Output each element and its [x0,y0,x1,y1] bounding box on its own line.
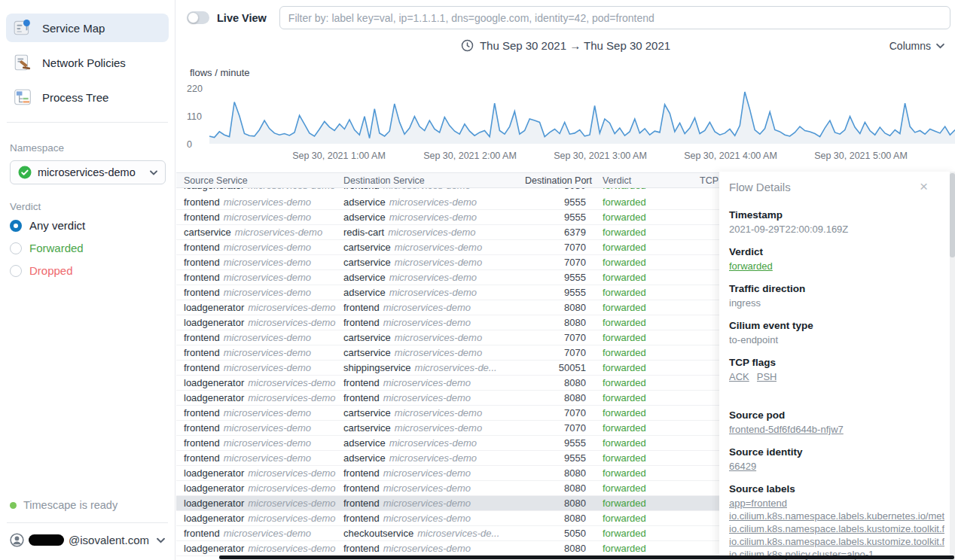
source-service-cell: loadgeneratormicroservices-demo [184,481,339,495]
x-tick-label: Sep 30, 2021 3:00 AM [554,151,647,161]
namespace-select[interactable]: microservices-demo [10,160,166,184]
destination-port-cell: 8080 [524,188,586,193]
x-tick-label: Sep 30, 2021 1:00 AM [292,151,386,161]
destination-port-cell: 9555 [524,270,586,285]
destination-service-cell: frontendmicroservices-demo [343,315,521,330]
destination-port-cell: 9555 [524,195,586,209]
namespace-value: microservices-demo [38,166,136,178]
detail-label: Verdict [729,246,944,258]
verdict-cell: forwarded [603,255,685,269]
detail-value[interactable]: PSH [757,370,777,383]
verdict-cell: forwarded [603,466,685,480]
chevron-down-icon [150,170,157,175]
status-text: Timescape is ready [23,499,117,511]
source-service-cell: frontendmicroservices-demo [184,330,339,345]
chart-x-axis: Sep 30, 2021 1:00 AMSep 30, 2021 2:00 AM… [209,151,955,163]
detail-value[interactable]: forwarded [729,260,944,272]
destination-service-cell: adservicemicroservices-demo [343,270,521,285]
verdict-cell: forwarded [603,436,685,450]
source-service-cell: loadgeneratormicroservices-demo [184,300,339,315]
chevron-down-icon [936,43,944,49]
source-service-cell: frontendmicroservices-demo [184,406,339,420]
detail-value[interactable]: frontend-5df6fd644b-nfjw7 [729,423,944,436]
namespace-label: Namespace [10,142,175,154]
radio-icon [10,220,22,232]
chart-plot-area [209,88,955,144]
sidebar-item-service-map[interactable]: Service Map [6,14,169,42]
clock-icon [461,39,474,52]
detail-label: Source labels [729,483,944,495]
source-service-cell: loadgeneratormicroservices-demo [184,541,339,555]
panel-scrollbar-track [950,172,955,560]
verdict-radio-label: Any verdict [29,219,85,232]
detail-value[interactable]: io.cilium.k8s.namespace.labels.kustomize… [729,535,944,548]
verdict-radio-label: Dropped [29,264,73,277]
verdict-radio-dropped[interactable]: Dropped [10,264,165,277]
destination-port-cell: 8080 [524,315,586,330]
y-tick-220: 220 [187,84,209,94]
destination-service-cell: adservicemicroservices-demo [343,451,521,465]
verdict-cell: forwarded [603,188,685,193]
chevron-down-icon [157,537,165,543]
source-service-cell: loadgeneratormicroservices-demo [184,188,339,193]
source-service-cell: frontendmicroservices-demo [184,421,339,435]
destination-port-cell: 5050 [524,526,586,540]
status-dot-icon [10,502,17,509]
detail-label: Traffic direction [729,283,944,295]
horizontal-scrollbar[interactable] [219,555,954,559]
date-range-picker[interactable]: Thu Sep 30 2021 → Thu Sep 30 2021 [176,39,955,52]
verdict-cell: forwarded [603,330,685,345]
detail-section-source-identity: Source identity66429 [729,446,944,473]
source-service-cell: frontendmicroservices-demo [184,526,339,540]
destination-service-cell: cartservicemicroservices-demo [343,255,521,269]
detail-value[interactable]: 66429 [729,460,944,473]
destination-port-cell: 7070 [524,345,586,360]
user-menu[interactable]: @isovalent.com [10,533,165,547]
flow-details-title: Flow Details [729,181,791,193]
source-service-cell: frontendmicroservices-demo [184,451,339,465]
destination-service-cell: adservicemicroservices-demo [343,285,521,300]
verdict-cell: forwarded [603,391,685,405]
detail-value: to-endpoint [729,333,944,346]
destination-service-cell: cartservicemicroservices-demo [343,240,521,254]
source-service-cell: frontendmicroservices-demo [184,361,339,375]
columns-button[interactable]: Columns [889,40,944,52]
verdict-radio-any-verdict[interactable]: Any verdict [10,219,165,232]
column-header-source-service[interactable]: Source Service [184,173,339,188]
detail-value[interactable]: io.cilium.k8s.namespace.labels.kubernete… [729,510,944,522]
detail-value[interactable]: app=frontend [729,497,944,510]
detail-value[interactable]: io.cilium.k8s.namespace.labels.kustomize… [729,522,944,535]
sidebar-item-network-policies[interactable]: Network Policies [6,48,169,77]
source-service-cell: loadgeneratormicroservices-demo [184,466,339,480]
destination-port-cell: 50051 [524,361,586,375]
source-service-cell: loadgeneratormicroservices-demo [184,376,339,390]
detail-value: 2021-09-29T22:00:09.169Z [729,223,944,236]
flow-filter-input[interactable] [279,6,950,29]
destination-service-cell: frontendmicroservices-demo [343,391,521,405]
verdict-section-label: Verdict [10,201,175,212]
column-header-destination-port[interactable]: Destination Port [524,173,592,188]
sidebar-item-label: Service Map [42,22,105,35]
source-service-cell: loadgeneratormicroservices-demo [184,391,339,405]
sidebar-item-process-tree[interactable]: Process Tree [6,83,169,111]
destination-service-cell: cartservicemicroservices-demo [343,406,521,420]
timescape-status: Timescape is ready [10,499,165,511]
column-header-verdict[interactable]: Verdict [603,173,685,188]
sidebar-item-label: Process Tree [42,91,108,104]
column-header-destination-service[interactable]: Destination Service [343,173,521,188]
destination-service-cell: adservicemicroservices-demo [343,195,521,209]
verdict-radio-forwarded[interactable]: Forwarded [10,242,165,254]
panel-scrollbar-thumb[interactable] [950,173,955,257]
source-service-cell: frontendmicroservices-demo [184,345,339,360]
detail-label: TCP flags [729,357,944,369]
toggle-knob [188,12,199,23]
close-icon[interactable]: × [920,181,928,193]
verdict-radio-label: Forwarded [29,242,84,254]
detail-value[interactable]: ACK [729,370,749,383]
live-view-toggle[interactable] [187,11,209,24]
radio-icon [10,242,22,254]
sidebar: Service MapNetwork PoliciesProcess Tree … [0,0,175,560]
verdict-cell: forwarded [603,421,685,435]
service-map-icon [13,18,32,38]
topbar: Live View [187,6,950,29]
